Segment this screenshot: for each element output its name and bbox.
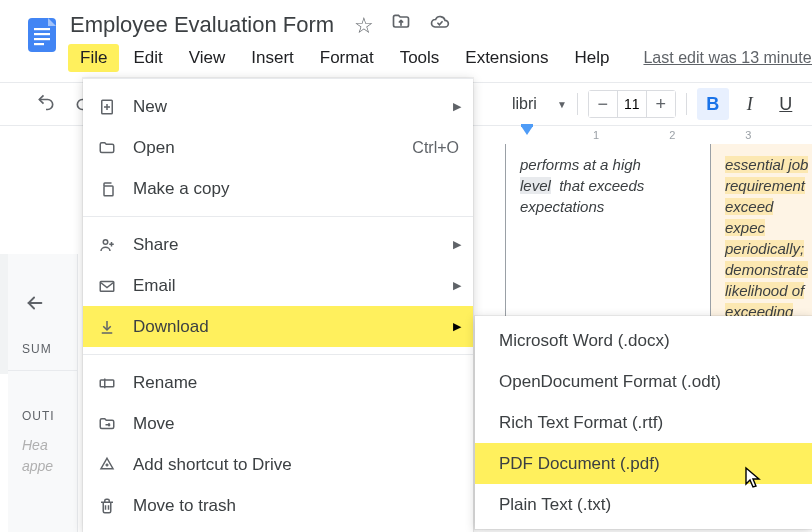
- outline-summary-label: SUM: [8, 318, 77, 356]
- ruler: 1 2 3: [473, 126, 812, 144]
- rename-icon: [97, 373, 117, 393]
- file-menu-dropdown: New ▶ Open Ctrl+O Make a copy Share ▶ Em…: [83, 78, 473, 532]
- svg-rect-5: [521, 124, 533, 127]
- menu-item-download[interactable]: Download ▶: [83, 306, 473, 347]
- menu-item-open[interactable]: Open Ctrl+O: [83, 127, 473, 168]
- menu-item-share[interactable]: Share ▶: [83, 224, 473, 265]
- download-submenu: Microsoft Word (.docx) OpenDocument Form…: [475, 316, 812, 529]
- menu-help[interactable]: Help: [562, 44, 621, 72]
- menu-format[interactable]: Format: [308, 44, 386, 72]
- chevron-right-icon: ▶: [453, 238, 461, 251]
- undo-icon[interactable]: [30, 88, 62, 120]
- ruler-tick: 1: [593, 129, 599, 141]
- download-odt[interactable]: OpenDocument Format (.odt): [475, 361, 812, 402]
- menu-item-make-copy[interactable]: Make a copy: [83, 168, 473, 209]
- svg-rect-3: [34, 38, 50, 40]
- menu-item-move[interactable]: Move: [83, 403, 473, 444]
- menu-item-new[interactable]: New ▶: [83, 86, 473, 127]
- bold-button[interactable]: B: [697, 88, 729, 120]
- menu-view[interactable]: View: [177, 44, 238, 72]
- back-arrow-icon[interactable]: [8, 254, 77, 318]
- chevron-right-icon: ▶: [453, 100, 461, 113]
- ruler-tick: 2: [669, 129, 675, 141]
- person-plus-icon: [97, 235, 117, 255]
- font-size-minus[interactable]: −: [589, 91, 617, 117]
- folder-icon: [97, 138, 117, 158]
- menu-item-trash[interactable]: Move to trash: [83, 485, 473, 526]
- menu-tools[interactable]: Tools: [388, 44, 452, 72]
- google-docs-logo[interactable]: [22, 14, 62, 68]
- chevron-right-icon: ▶: [453, 320, 461, 333]
- move-to-folder-icon[interactable]: [390, 12, 412, 38]
- doc-title[interactable]: Employee Evaluation Form: [70, 12, 334, 38]
- cloud-status-icon[interactable]: [428, 12, 452, 38]
- copy-icon: [97, 179, 117, 199]
- underline-button[interactable]: U: [771, 89, 801, 119]
- menu-item-rename[interactable]: Rename: [83, 362, 473, 403]
- tab-strip: [0, 254, 8, 374]
- menubar: File Edit View Insert Format Tools Exten…: [68, 44, 812, 72]
- menu-edit[interactable]: Edit: [121, 44, 174, 72]
- svg-rect-4: [34, 43, 44, 45]
- svg-rect-1: [34, 28, 50, 30]
- menu-insert[interactable]: Insert: [239, 44, 306, 72]
- chevron-down-icon[interactable]: ▼: [557, 99, 567, 110]
- chevron-right-icon: ▶: [453, 279, 461, 292]
- font-size-input[interactable]: [617, 91, 647, 117]
- outline-label: OUTI: [8, 370, 77, 423]
- menu-item-add-shortcut[interactable]: Add shortcut to Drive: [83, 444, 473, 485]
- keyboard-shortcut: Ctrl+O: [412, 139, 459, 157]
- font-size-plus[interactable]: +: [647, 91, 675, 117]
- app-header: Employee Evaluation Form ☆ File Edit Vie…: [0, 0, 812, 72]
- menu-extensions[interactable]: Extensions: [453, 44, 560, 72]
- font-family-select[interactable]: libri: [512, 95, 537, 113]
- italic-button[interactable]: I: [735, 89, 765, 119]
- svg-point-8: [103, 239, 108, 244]
- folder-move-icon: [97, 414, 117, 434]
- menu-file[interactable]: File: [68, 44, 119, 72]
- ruler-tick: 3: [745, 129, 751, 141]
- download-rtf[interactable]: Rich Text Format (.rtf): [475, 402, 812, 443]
- star-icon[interactable]: ☆: [354, 13, 374, 39]
- svg-rect-2: [34, 33, 50, 35]
- envelope-icon: [97, 276, 117, 296]
- mouse-cursor-icon: [743, 466, 763, 494]
- download-icon: [97, 317, 117, 337]
- svg-rect-7: [104, 186, 113, 196]
- download-docx[interactable]: Microsoft Word (.docx): [475, 320, 812, 361]
- last-edit-link[interactable]: Last edit was 13 minutes a: [643, 49, 812, 67]
- menu-item-email[interactable]: Email ▶: [83, 265, 473, 306]
- font-size-stepper[interactable]: − +: [588, 90, 676, 118]
- outline-hint: Heaappe: [8, 423, 77, 477]
- svg-rect-10: [100, 380, 114, 387]
- trash-icon: [97, 496, 117, 516]
- drive-shortcut-icon: [97, 455, 117, 475]
- plus-page-icon: [97, 97, 117, 117]
- outline-panel: SUM OUTI Heaappe: [8, 254, 78, 532]
